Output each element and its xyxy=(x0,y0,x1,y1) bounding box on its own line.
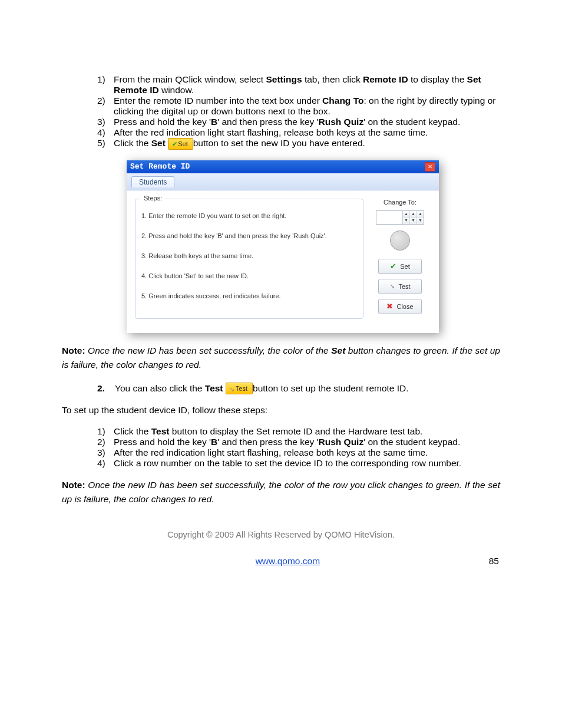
step-line: 2. Press and hold the key 'B' and then p… xyxy=(141,232,357,239)
list-marker: 3) xyxy=(97,447,105,458)
bold-text: Settings xyxy=(266,74,302,84)
list-marker: 4) xyxy=(97,458,105,469)
list-marker: 3) xyxy=(97,117,105,127)
bold-text: B xyxy=(211,117,217,127)
list-item-body: Click the Test button to display the Set… xyxy=(114,426,422,436)
list-item-body: Click the Set ✔Setbutton to set the new … xyxy=(114,138,365,148)
dialog-body: Steps: 1. Enter the remote ID you want t… xyxy=(127,190,439,333)
note-2: Note: Once the new ID has been set succe… xyxy=(62,478,500,506)
intro-line: To set up the student device ID, follow … xyxy=(62,403,500,417)
spin-up-icon[interactable]: ▲ xyxy=(410,211,416,218)
remote-id-input[interactable]: ▲▼ ▲▼ ▲▼ xyxy=(376,210,424,225)
list-marker: 5) xyxy=(97,138,105,149)
list-marker: 1) xyxy=(97,74,105,85)
inline-button-icon: ✔ xyxy=(171,139,178,149)
list-item: 1)From the main QClick window, select Se… xyxy=(114,74,500,95)
dialog-title-text: Set Remote ID xyxy=(130,162,190,171)
footer-row: www.qomo.com 85 xyxy=(62,556,500,566)
steps-list-2: 1)Click the Test button to display the S… xyxy=(62,426,500,469)
test-button-label: Test xyxy=(398,283,410,290)
list-item-body: Enter the remote ID number into the text… xyxy=(114,95,495,116)
list-item: 3)After the red indication light start f… xyxy=(114,447,500,458)
steps-groupbox-title: Steps: xyxy=(141,195,164,202)
note-body: Once the new ID has been set successfull… xyxy=(62,480,500,504)
status-indicator xyxy=(390,230,410,251)
steps-list-1: 1)From the main QClick window, select Se… xyxy=(62,74,500,150)
test-button[interactable]: ↘ Test xyxy=(378,279,422,294)
list-marker: 1) xyxy=(97,426,105,437)
numbered-item-2: 2.You can also click the Test ↘Testbutto… xyxy=(62,381,500,395)
inline-button: ✔Set xyxy=(168,138,193,150)
bold-text: Chang To xyxy=(322,95,363,106)
list-item: 4)After the red indication light start f… xyxy=(114,127,500,138)
bold-text: B xyxy=(211,437,217,447)
step-line: 1. Enter the remote ID you want to set o… xyxy=(141,212,357,219)
dialog-titlebar: Set Remote ID ✕ xyxy=(127,160,439,173)
x-icon: ✖ xyxy=(386,302,393,311)
list-item: 2)Enter the remote ID number into the te… xyxy=(114,95,500,117)
note-body: Once the new ID has been set successfull… xyxy=(62,345,500,370)
footer-copyright: Copyright © 2009 All Rights Reserved by … xyxy=(62,530,500,539)
close-button[interactable]: ✖ Close xyxy=(378,299,422,314)
set-remote-id-dialog: Set Remote ID ✕ Students Steps: 1. Enter… xyxy=(127,160,439,333)
list-item-body: Press and hold the key 'B' and then pres… xyxy=(114,437,460,447)
list-item: 1)Click the Test button to display the S… xyxy=(114,426,500,437)
list-item: 3)Press and hold the key 'B' and then pr… xyxy=(114,117,500,127)
steps-groupbox: Steps: 1. Enter the remote ID you want t… xyxy=(135,199,363,319)
spin-down-icon[interactable]: ▼ xyxy=(417,217,424,224)
bold-text: Rush Quiz xyxy=(319,117,364,127)
note-1: Note: Once the new ID has been set succe… xyxy=(62,344,500,372)
bold-text: Remote ID xyxy=(363,74,408,84)
inline-button: ↘Test xyxy=(226,383,253,394)
page-number: 85 xyxy=(489,556,499,566)
list-marker: 4) xyxy=(97,127,105,138)
spin-up-icon[interactable]: ▲ xyxy=(417,211,424,218)
list-marker: 2) xyxy=(97,95,105,106)
inline-button-label: Test xyxy=(236,386,247,393)
list-marker: 2) xyxy=(97,437,105,447)
dialog-tabbar: Students xyxy=(127,173,439,190)
note-label: Note: xyxy=(62,480,85,490)
document-page: 1)From the main QClick window, select Se… xyxy=(0,0,562,596)
list-item-body: Click a row number on the table to set t… xyxy=(114,458,461,468)
list-item-body: From the main QClick window, select Sett… xyxy=(114,74,481,95)
set-button[interactable]: ✔ Set xyxy=(378,259,422,274)
bold-text: Rush Quiz xyxy=(319,437,364,447)
check-icon: ✔ xyxy=(390,262,396,271)
test-icon: ↘ xyxy=(389,282,395,290)
bold-text: Test xyxy=(205,383,223,393)
dialog-right-column: Change To: ▲▼ ▲▼ ▲▼ ✔ Set ↘ Test xyxy=(369,199,431,319)
list-item: 2)Press and hold the key 'B' and then pr… xyxy=(114,437,500,447)
list-item: 5)Click the Set ✔Setbutton to set the ne… xyxy=(114,138,500,150)
bold-text: Set xyxy=(331,345,345,355)
step-line: 4. Click button 'Set' to set the new ID. xyxy=(141,272,357,279)
inline-button-label: Set xyxy=(178,140,188,147)
spin-down-icon[interactable]: ▼ xyxy=(410,217,416,224)
spin-up-icon[interactable]: ▲ xyxy=(403,211,409,218)
note-label: Note: xyxy=(62,345,85,355)
set-button-label: Set xyxy=(400,263,410,270)
close-button-label: Close xyxy=(396,303,413,310)
change-to-label: Change To: xyxy=(369,199,431,206)
inline-button-icon: ↘ xyxy=(229,384,236,394)
list-item-body: After the red indication light start fla… xyxy=(114,447,428,457)
step-line: 5. Green indicates success, red indicate… xyxy=(141,292,357,299)
spin-down-icon[interactable]: ▼ xyxy=(403,217,409,224)
bold-text: Test xyxy=(151,426,170,436)
close-icon[interactable]: ✕ xyxy=(425,162,435,172)
step-line: 3. Release both keys at the same time. xyxy=(141,252,357,259)
footer-link[interactable]: www.qomo.com xyxy=(256,556,320,566)
item-body: You can also click the Test ↘Testbutton … xyxy=(115,383,409,393)
bold-text: Set xyxy=(151,138,166,148)
item-marker: 2. xyxy=(97,381,115,395)
list-item: 4)Click a row number on the table to set… xyxy=(114,458,500,469)
list-item-body: After the red indication light start fla… xyxy=(114,127,428,137)
list-item-body: Press and hold the key 'B' and then pres… xyxy=(114,117,460,127)
tab-students[interactable]: Students xyxy=(131,176,174,187)
